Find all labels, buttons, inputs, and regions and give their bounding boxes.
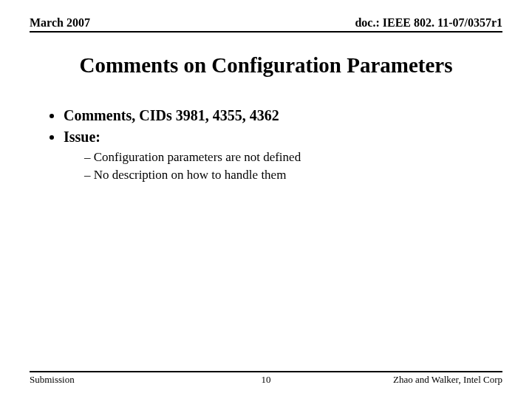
sub-bullet-list: Configuration parameters are not defined… xyxy=(64,150,502,183)
slide-title: Comments on Configuration Parameters xyxy=(30,53,502,78)
slide-footer: Submission 10 Zhao and Walker, Intel Cor… xyxy=(30,371,502,386)
header-left: March 2007 xyxy=(30,16,90,30)
bullet-item: Issue: Configuration parameters are not … xyxy=(64,129,502,183)
bullet-item: Comments, CIDs 3981, 4355, 4362 xyxy=(64,107,502,124)
sub-bullet-item: No description on how to handle them xyxy=(84,168,502,183)
slide-header: March 2007 doc.: IEEE 802. 11-07/0357r1 xyxy=(30,16,502,33)
footer-page-number: 10 xyxy=(30,374,502,386)
bullet-list: Comments, CIDs 3981, 4355, 4362 Issue: C… xyxy=(46,107,502,183)
footer-rule xyxy=(30,371,502,372)
footer-row: Submission 10 Zhao and Walker, Intel Cor… xyxy=(30,374,502,386)
slide-body: Comments, CIDs 3981, 4355, 4362 Issue: C… xyxy=(30,107,502,183)
bullet-text: Issue: xyxy=(64,129,100,145)
slide: March 2007 doc.: IEEE 802. 11-07/0357r1 … xyxy=(0,0,532,399)
header-right: doc.: IEEE 802. 11-07/0357r1 xyxy=(355,16,502,30)
sub-bullet-item: Configuration parameters are not defined xyxy=(84,150,502,165)
